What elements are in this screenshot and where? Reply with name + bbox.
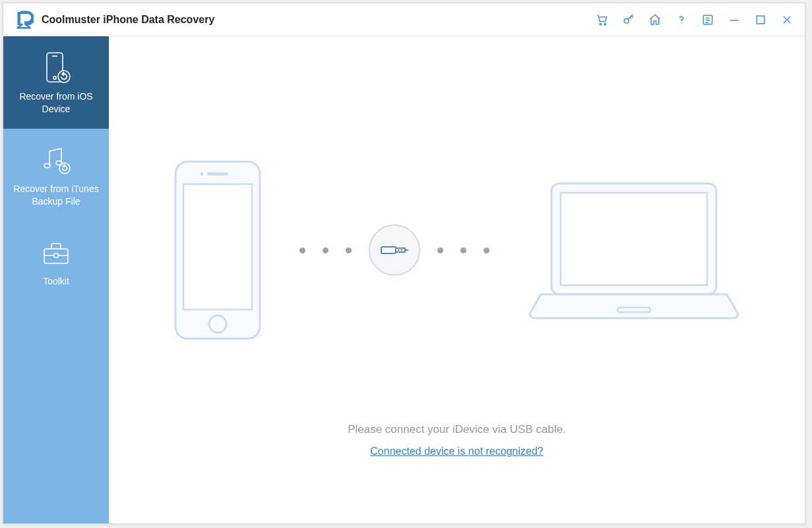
instruction-caption: Please connect your iDevice via USB cabl… <box>109 423 805 457</box>
titlebar: Coolmuster iPhone Data Recovery <box>3 3 805 36</box>
connection-dots-left <box>299 248 352 253</box>
svg-rect-16 <box>54 253 58 257</box>
cart-icon[interactable] <box>591 9 613 31</box>
connection-dots-right <box>437 248 489 253</box>
instruction-text: Please connect your iDevice via USB cabl… <box>109 423 805 436</box>
laptop-illustration-icon <box>525 174 743 326</box>
phone-illustration-icon <box>172 158 264 343</box>
svg-point-9 <box>53 77 56 79</box>
key-icon[interactable] <box>617 9 640 31</box>
svg-point-4 <box>681 22 682 24</box>
svg-rect-25 <box>398 249 400 251</box>
sidebar: Recover from iOS Device Recover from iTu… <box>3 36 109 523</box>
sidebar-item-label: Recover from iOS Device <box>9 90 104 116</box>
connection-illustration <box>172 158 743 343</box>
svg-rect-20 <box>207 172 228 176</box>
sidebar-item-label: Toolkit <box>9 275 104 288</box>
svg-rect-23 <box>396 248 405 252</box>
toolkit-icon <box>9 236 104 270</box>
usb-plug-icon <box>369 224 420 276</box>
minimize-icon[interactable] <box>723 9 745 31</box>
music-recover-icon <box>9 143 104 178</box>
help-icon[interactable] <box>670 9 693 31</box>
svg-rect-18 <box>183 184 252 310</box>
sidebar-item-recover-itunes[interactable]: Recover from iTunes Backup File <box>3 129 109 221</box>
svg-point-2 <box>604 23 606 24</box>
svg-rect-22 <box>381 247 396 253</box>
svg-rect-0 <box>18 12 20 24</box>
home-icon[interactable] <box>644 9 666 31</box>
svg-point-1 <box>600 23 601 24</box>
feedback-icon[interactable] <box>697 9 719 31</box>
device-not-recognized-link[interactable]: Connected device is not recognized? <box>370 446 543 457</box>
app-logo-icon <box>15 11 34 29</box>
maximize-icon[interactable] <box>749 9 772 31</box>
app-title: Coolmuster iPhone Data Recovery <box>42 14 214 26</box>
sidebar-item-label: Recover from iTunes Backup File <box>9 183 104 208</box>
svg-rect-26 <box>400 249 402 251</box>
svg-point-3 <box>624 18 629 23</box>
app-window: Coolmuster iPhone Data Recovery <box>3 3 805 524</box>
sidebar-item-recover-ios[interactable]: Recover from iOS Device <box>3 36 109 129</box>
sidebar-item-toolkit[interactable]: Toolkit <box>3 221 109 301</box>
svg-rect-6 <box>757 16 765 24</box>
svg-point-21 <box>200 172 203 176</box>
main-content: Please connect your iDevice via USB cabl… <box>109 36 805 523</box>
phone-recover-icon <box>9 51 104 85</box>
titlebar-actions <box>591 9 798 31</box>
svg-rect-28 <box>561 193 707 285</box>
close-icon[interactable] <box>776 9 798 31</box>
